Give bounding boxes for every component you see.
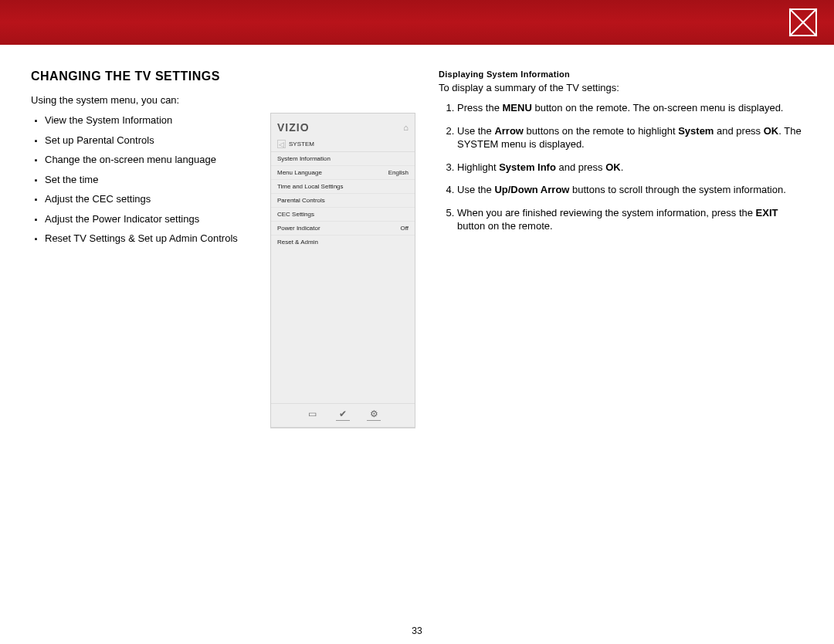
gear-icon: ⚙ (367, 408, 381, 421)
intro-text: Using the system menu, you can: (31, 94, 247, 106)
osd-item-value: Off (400, 225, 409, 232)
back-arrow-icon: ◁ (277, 140, 286, 148)
osd-menu-item: Parental Controls (271, 194, 415, 208)
step-item: Highlight System Info and press OK. (457, 161, 803, 175)
page-number: 33 (412, 625, 422, 636)
bullet-item: View the System Information (45, 114, 247, 127)
page-header (0, 0, 834, 45)
bold-keyword: Up/Down Arrow (494, 184, 569, 195)
osd-menu-item: CEC Settings (271, 208, 415, 222)
osd-screenshot: VIZIO ⌂ ◁ SYSTEM System InformationMenu … (270, 113, 415, 428)
bold-keyword: System (678, 125, 714, 137)
bold-keyword: OK (764, 125, 779, 137)
home-icon: ⌂ (403, 123, 409, 132)
osd-menu-item: Reset & Admin (271, 236, 415, 249)
osd-item-label: Time and Local Settings (277, 183, 344, 190)
bold-keyword: OK (605, 161, 621, 173)
osd-item-value: English (388, 169, 409, 176)
bullet-item: Adjust the CEC settings (45, 192, 247, 206)
osd-item-label: System Information (277, 155, 331, 162)
bold-keyword: MENU (503, 102, 532, 114)
osd-menu-item: Time and Local Settings (271, 180, 415, 194)
right-column: Displaying System Information To display… (439, 69, 803, 428)
osd-item-label: Power Indicator (277, 225, 320, 232)
osd-footer: ▭ ✔ ⚙ (271, 403, 415, 427)
feature-bullets: View the System InformationSet up Parent… (31, 114, 247, 246)
steps-list: Press the MENU button on the remote. The… (439, 101, 803, 233)
bold-keyword: EXIT (756, 207, 778, 219)
bullet-item: Reset TV Settings & Set up Admin Control… (45, 232, 247, 246)
subsection-intro: To display a summary of the TV settings: (439, 82, 803, 93)
osd-item-label: Parental Controls (277, 197, 325, 204)
middle-column: VIZIO ⌂ ◁ SYSTEM System InformationMenu … (270, 69, 415, 428)
step-item: Use the Arrow buttons on the remote to h… (457, 124, 803, 151)
step-item: When you are finished reviewing the syst… (457, 206, 803, 233)
osd-item-label: Reset & Admin (277, 239, 318, 246)
step-item: Press the MENU button on the remote. The… (457, 101, 803, 115)
bullet-item: Change the on-screen menu language (45, 153, 247, 167)
osd-menu-item: Menu LanguageEnglish (271, 166, 415, 180)
osd-menu-list: System InformationMenu LanguageEnglishTi… (271, 152, 415, 249)
section-title: CHANGING THE TV SETTINGS (31, 69, 247, 83)
osd-item-label: CEC Settings (277, 211, 314, 218)
bold-keyword: Arrow (494, 125, 524, 137)
bullet-item: Set up Parental Controls (45, 134, 247, 147)
osd-menu-item: System Information (271, 152, 415, 166)
osd-menu-item: Power IndicatorOff (271, 222, 415, 236)
wide-icon: ▭ (305, 408, 319, 421)
osd-logo: VIZIO (277, 121, 310, 134)
bullet-item: Set the time (45, 173, 247, 187)
osd-breadcrumb: ◁ SYSTEM (271, 138, 415, 152)
osd-blank-area (271, 249, 415, 403)
chapter-marker (789, 8, 817, 36)
osd-item-label: Menu Language (277, 169, 322, 176)
step-item: Use the Up/Down Arrow buttons to scroll … (457, 183, 803, 197)
v-icon: ✔ (336, 408, 350, 421)
page-body: CHANGING THE TV SETTINGS Using the syste… (0, 45, 834, 644)
bullet-item: Adjust the Power Indicator settings (45, 212, 247, 226)
osd-breadcrumb-label: SYSTEM (289, 141, 314, 147)
left-column: CHANGING THE TV SETTINGS Using the syste… (31, 69, 247, 428)
bold-keyword: System Info (499, 161, 556, 173)
subsection-heading: Displaying System Information (439, 69, 803, 79)
